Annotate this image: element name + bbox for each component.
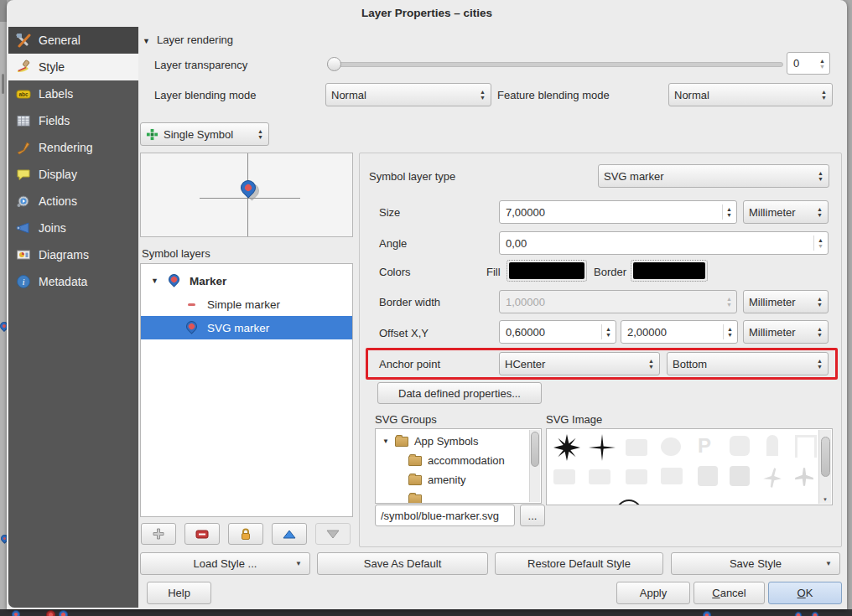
expander-icon[interactable]: ▼ [382,437,389,445]
sidebar-item-label: Diagrams [39,248,89,261]
svg-thumb-row2-icon[interactable] [698,466,718,486]
sidebar-item-joins[interactable]: Joins [8,215,138,241]
lock-symbol-layer-button[interactable] [228,523,263,545]
layer-rendering-header[interactable]: ▼Layer rendering [143,34,233,46]
spin-arrows-icon[interactable]: ▲▼ [722,204,732,220]
symbol-layer-type-combo[interactable]: SVG marker ▲▼ [598,164,829,188]
size-unit-combo[interactable]: Millimeter ▲▼ [743,200,829,224]
slider-track[interactable] [327,62,783,67]
sidebar-item-general[interactable]: General [8,27,138,54]
expander-icon[interactable]: ▼ [151,277,158,285]
tree-item-simple-marker[interactable]: Simple marker [141,292,352,316]
cancel-button[interactable]: Cancel [694,582,765,604]
border-width-spinbox[interactable]: 1,00000 ▲▼ [499,290,737,313]
svg-text:abc: abc [18,91,29,97]
spin-arrows-icon[interactable]: ▲▼ [819,58,825,70]
sidebar-item-fields[interactable]: Fields [8,107,138,134]
scrollbar-down-arrow-icon[interactable]: ▼ [823,497,828,502]
folder-icon [408,456,422,466]
svg-thumb-plane-icon[interactable] [626,439,647,456]
title-bar[interactable]: Layer Properties – cities [7,0,847,27]
svg-thumb-row2-icon[interactable] [730,466,750,486]
data-defined-properties-button[interactable]: Data defined properties... [377,382,542,404]
save-as-default-button[interactable]: Save As Default [317,552,488,575]
svg-thumb-row2-icon[interactable] [626,469,647,484]
tree-item-svg-marker[interactable]: SVG marker [141,316,352,339]
sidebar-item-diagrams[interactable]: Diagrams [8,241,138,268]
svg-image-scrollbar[interactable]: ▼ [818,430,831,504]
svg-image-scrollbar-thumb[interactable] [821,437,830,477]
slider-handle[interactable] [327,57,341,71]
map-canvas-bottom-strip [0,609,852,616]
layer-properties-dialog: Layer Properties – cities General Style … [7,0,847,609]
symbol-preview [140,153,353,237]
sidebar-item-label: Rendering [39,141,93,154]
load-style-button[interactable]: Load Style ... ▼ [140,552,310,575]
group-item-accommodation[interactable]: accommodation [376,452,527,469]
restore-default-style-button[interactable]: Restore Default Style [495,552,663,575]
help-button[interactable]: Help [147,582,211,604]
spin-arrows-icon[interactable]: ▲▼ [813,236,823,251]
combo-arrows-icon: ▲▼ [821,89,827,101]
border-label: Border [594,266,626,278]
sidebar-item-rendering[interactable]: Rendering [8,134,138,161]
ok-button[interactable]: OK [768,582,842,604]
map-scrollbar-fragment [2,74,4,94]
tree-item-marker[interactable]: ▼ Marker [141,269,352,292]
spin-arrows-icon[interactable]: ▲▼ [723,324,733,339]
sidebar-item-labels[interactable]: abc Labels [8,80,138,107]
svg-path-input[interactable] [375,505,515,526]
border-color-swatch[interactable] [631,260,708,282]
add-symbol-layer-button[interactable] [141,523,176,545]
svg-thumb-gate-icon[interactable] [795,435,817,458]
border-width-unit-combo[interactable]: Millimeter ▲▼ [743,290,829,313]
spin-arrows-icon[interactable]: ▲▼ [601,324,611,339]
groups-scrollbar[interactable] [529,430,540,502]
renderer-combo[interactable]: Single Symbol ▲▼ [140,122,269,146]
spin-arrows-icon: ▲▼ [726,296,732,308]
sidebar-item-actions[interactable]: Actions [8,188,138,215]
offset-x-spinbox[interactable]: 0,60000 ▲▼ [499,320,616,344]
group-item-app-symbols[interactable]: ▼ App Symbols [376,432,527,450]
transparency-spinbox[interactable]: 0 ▲▼ [787,52,830,75]
svg-thumb-row2-icon[interactable] [553,469,575,484]
svg-thumb-row2-icon[interactable] [661,468,683,484]
sidebar-item-metadata[interactable]: i Metadata [8,268,138,295]
sidebar-item-label: General [39,34,81,47]
svg-thumb-parking-icon[interactable]: P [698,434,711,458]
save-style-button[interactable]: Save Style ▼ [671,552,840,575]
feature-blending-combo[interactable]: Normal ▲▼ [668,83,833,106]
svg-thumb-circle-partial-icon[interactable] [616,500,642,505]
apply-button[interactable]: Apply [616,582,690,604]
offset-y-spinbox[interactable]: 2,00000 ▲▼ [621,320,738,344]
size-spinbox[interactable]: 7,00000 ▲▼ [499,200,737,224]
sidebar-item-display[interactable]: Display [8,161,138,188]
svg-thumb-monument-icon[interactable] [766,435,778,456]
join-icon [16,220,31,236]
brush-icon [16,140,31,155]
browse-svg-button[interactable]: ... [520,505,545,526]
svg-thumb-train-icon[interactable] [730,436,750,456]
groups-scrollbar-thumb[interactable] [531,432,539,467]
svg-thumb-ship-icon[interactable] [661,437,681,456]
svg-image-label: SVG Image [546,413,602,426]
offset-unit-combo[interactable]: Millimeter ▲▼ [743,320,829,344]
layer-blending-combo[interactable]: Normal ▲▼ [325,83,491,106]
transparency-slider[interactable] [327,55,782,72]
move-layer-down-button[interactable] [315,523,351,545]
sidebar-item-label: Style [39,60,65,74]
svg-thumb-star4-icon[interactable] [589,434,616,461]
sidebar-item-style[interactable]: Style [8,54,138,80]
fill-color-swatch[interactable] [507,260,587,282]
svg-thumb-row2-icon[interactable] [589,469,610,484]
svg-thumb-plane3-icon[interactable] [793,466,815,488]
group-item-clipped[interactable] [376,490,527,504]
svg-thumb-plane2-icon[interactable] [761,466,783,488]
svg-thumb-star8-icon[interactable] [553,434,580,461]
border-width-label: Border width [379,296,440,308]
move-layer-up-button[interactable] [272,523,307,545]
angle-spinbox[interactable]: 0,00 ▲▼ [499,231,829,255]
group-item-amenity[interactable]: amenity [376,471,527,489]
minus-icon [195,530,209,539]
remove-symbol-layer-button[interactable] [184,523,220,545]
